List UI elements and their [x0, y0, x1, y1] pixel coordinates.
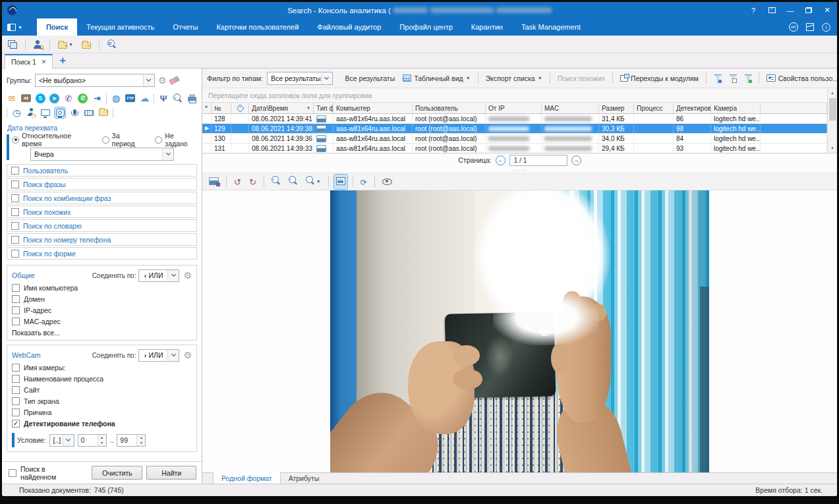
filter-panel-3[interactable]: Поиск похожих [7, 206, 197, 218]
rotate-right-button[interactable]: ↻ [247, 175, 258, 189]
checkbox[interactable] [12, 364, 20, 372]
condition-operator-select[interactable]: [..] [49, 434, 74, 447]
column-header-2[interactable] [231, 103, 249, 113]
info-icon[interactable]: i [822, 23, 830, 32]
page-number-field[interactable]: 1 / 1 [509, 155, 567, 166]
help-button[interactable]: ? [749, 7, 758, 14]
common-join-select[interactable]: ◑ ИЛИ [138, 269, 179, 282]
checkbox[interactable] [12, 284, 20, 292]
user-search-button[interactable] [32, 39, 43, 50]
skype-icon[interactable]: S [35, 93, 45, 103]
group-by-bar[interactable]: Перетащите сюда заголовок поля для групп… [202, 88, 837, 103]
filter-panel-5[interactable]: Поиск по номеру телефона [7, 233, 197, 246]
files-icon[interactable]: ↑ [98, 107, 109, 118]
filter-panel-0[interactable]: Пользователь [7, 164, 197, 177]
condition-from-stepper[interactable]: 0 ▲▼ [78, 434, 107, 447]
restore-button[interactable] [804, 7, 813, 14]
microphone-icon[interactable] [69, 107, 80, 118]
find-button[interactable]: Найти [146, 466, 196, 480]
package-icon[interactable] [806, 23, 814, 31]
splitter-handle[interactable]: ····· [202, 167, 837, 173]
column-header-0[interactable]: * [202, 103, 212, 113]
results-tool-8[interactable]: Свойства пользо... [765, 73, 837, 84]
checkbox[interactable] [11, 208, 19, 216]
telegram-icon[interactable]: ➤ [49, 93, 60, 103]
groups-select[interactable]: <Не выбрано> [35, 74, 155, 87]
fit-to-window-button[interactable] [334, 175, 347, 189]
radio-period[interactable] [102, 136, 109, 144]
mail-icon[interactable]: ✉ [7, 93, 17, 103]
webcam-filter-2[interactable]: Сайт [12, 384, 192, 395]
relative-date-select[interactable]: Вчера [30, 148, 174, 161]
scroll-down-icon[interactable]: ▼ [828, 144, 837, 153]
close-button[interactable]: ✕ [823, 6, 832, 14]
results-tool-0[interactable]: Все результаты [343, 73, 397, 84]
table-row-128[interactable]: 12808.06.2021 14:39:41aas-w81x64ru.aas.l… [202, 114, 827, 124]
checkbox[interactable] [12, 306, 20, 314]
webcam-filter-4[interactable]: Причина [12, 406, 192, 418]
next-page-button[interactable]: → [571, 155, 581, 165]
keyboard-icon[interactable] [84, 107, 94, 118]
column-header-5[interactable]: Компьютер [333, 103, 413, 113]
spinner-arrows-icon[interactable]: ▲▼ [98, 435, 106, 446]
webcam-join-select[interactable]: ◑ ИЛИ [138, 349, 179, 362]
common-filter-0[interactable]: Имя компьютера [12, 282, 192, 293]
whatsapp-icon[interactable]: ✆ [78, 93, 88, 103]
exit-icon[interactable]: ⇥ [92, 93, 103, 103]
column-header-1[interactable]: № [212, 103, 231, 113]
add-tab-button[interactable]: + [59, 55, 65, 68]
webcam-filter-1[interactable]: Наименование процесса [12, 373, 192, 384]
zoom-out-button[interactable]: − [287, 175, 300, 189]
column-header-6[interactable]: Пользователь [413, 103, 486, 113]
results-tool-3[interactable]: Поиск похожих [556, 73, 607, 84]
filter-panel-6[interactable]: Поиск по форме [7, 247, 197, 260]
checkbox[interactable]: ✓ [12, 420, 20, 428]
column-header-3[interactable]: Дата\Время▼ [249, 103, 314, 113]
refresh-button[interactable]: ⟳ [359, 175, 369, 189]
menu-tab-3[interactable]: Карточки пользователей [207, 18, 308, 36]
funnel-clear-button[interactable] [727, 73, 738, 84]
minimize-button[interactable]: — [786, 7, 795, 14]
zoom-in-button[interactable]: + [270, 175, 283, 189]
spinner-arrows-icon[interactable]: ▲▼ [136, 435, 145, 446]
tab-native-format[interactable]: Родной формат [213, 472, 281, 484]
column-header-10[interactable]: Процесс [634, 103, 674, 113]
device-search-icon[interactable]: + [173, 93, 183, 103]
scrollbar-thumb[interactable] [829, 98, 836, 121]
webcam-filter-3[interactable]: Тип экрана [12, 395, 192, 406]
funnel-apply-button[interactable] [742, 73, 753, 84]
zoom-select-button[interactable]: ▼ [304, 175, 323, 189]
main-menu-button[interactable]: ▼ [7, 18, 22, 36]
checkbox[interactable] [11, 250, 19, 258]
viber-icon[interactable]: ✆ [64, 93, 74, 103]
folder-import-button[interactable]: ← [80, 39, 93, 50]
date-section-title[interactable]: Дата перехвата [7, 124, 197, 132]
results-tool-4[interactable]: Переходы к модулям [618, 73, 701, 84]
printer-icon[interactable] [187, 93, 197, 103]
monitor-icon[interactable] [40, 107, 51, 118]
checkbox[interactable] [11, 167, 19, 175]
cloud-icon[interactable]: ☁ [140, 93, 150, 103]
tab-close-icon[interactable]: ✕ [42, 59, 47, 65]
scroll-up-icon[interactable]: ▲ [828, 88, 837, 98]
tab-attributes[interactable]: Атрибуты [281, 473, 328, 484]
clear-filters-icon[interactable] [169, 76, 180, 85]
search-in-found-checkbox[interactable] [9, 469, 16, 477]
tab-search-1[interactable]: Поиск 1 ✕ [5, 54, 53, 69]
menu-tab-0[interactable]: Поиск [37, 18, 77, 36]
filter-by-type-select[interactable]: Все результаты [267, 72, 333, 85]
table-row-129[interactable]: ▶12908.06.2021 14:39:38aas-w81x64ru.aas.… [202, 124, 827, 134]
menu-tab-2[interactable]: Отчеты [163, 18, 207, 36]
menu-tab-1[interactable]: Текущая активность [77, 18, 163, 36]
webcam-filter-0[interactable]: Имя камеры: [12, 362, 192, 373]
webcam-section-title[interactable]: WebCam [12, 351, 41, 359]
folder-export-button[interactable]: →▼ [56, 39, 75, 50]
prev-page-button[interactable]: ← [496, 155, 506, 165]
column-header-7[interactable]: От IP [486, 103, 542, 113]
filter-panel-1[interactable]: Поиск фразы [7, 178, 197, 190]
http-icon[interactable]: ◍ [111, 93, 121, 103]
groups-settings-button[interactable]: ⚙ [158, 76, 167, 85]
checkbox[interactable] [12, 318, 20, 325]
checkbox[interactable] [11, 222, 19, 230]
radio-relative-time[interactable] [12, 136, 19, 144]
